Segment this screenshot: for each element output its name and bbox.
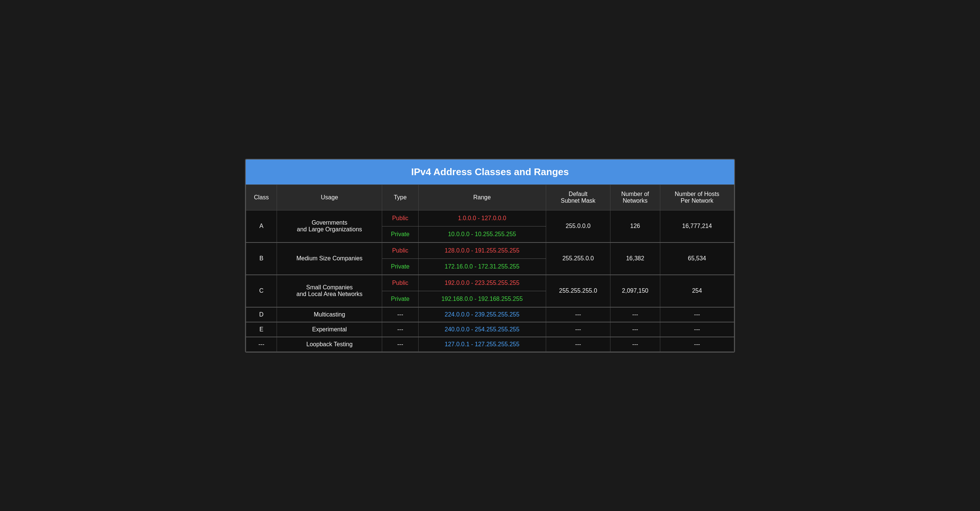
class-d: D: [246, 307, 277, 322]
subnet-a: 255.0.0.0: [546, 210, 611, 242]
type-e: ---: [382, 322, 418, 337]
type-c-public: Public: [382, 275, 418, 291]
table-row: B Medium Size Companies Public 128.0.0.0…: [246, 242, 734, 259]
class-e: E: [246, 322, 277, 337]
networks-e: ---: [611, 322, 660, 337]
range-a-public: 1.0.0.0 - 127.0.0.0: [418, 210, 546, 226]
table-row: D Multicasting --- 224.0.0.0 - 239.255.2…: [246, 307, 734, 322]
networks-loopback: ---: [611, 337, 660, 352]
type-b-public: Public: [382, 242, 418, 259]
hosts-d: ---: [660, 307, 734, 322]
table-row: C Small Companiesand Local Area Networks…: [246, 275, 734, 291]
range-a-private: 10.0.0.0 - 10.255.255.255: [418, 226, 546, 242]
range-b-public: 128.0.0.0 - 191.255.255.255: [418, 242, 546, 259]
hosts-a: 16,777,214: [660, 210, 734, 242]
type-c-private: Private: [382, 291, 418, 307]
hosts-b: 65,534: [660, 242, 734, 275]
usage-d: Multicasting: [277, 307, 382, 322]
col-type: Type: [382, 185, 418, 210]
networks-a: 126: [611, 210, 660, 242]
type-b-private: Private: [382, 258, 418, 275]
table-row: E Experimental --- 240.0.0.0 - 254.255.2…: [246, 322, 734, 337]
table-title: IPv4 Address Classes and Ranges: [246, 159, 734, 185]
networks-b: 16,382: [611, 242, 660, 275]
hosts-loopback: ---: [660, 337, 734, 352]
networks-c: 2,097,150: [611, 275, 660, 307]
class-loopback: ---: [246, 337, 277, 352]
col-range: Range: [418, 185, 546, 210]
col-usage: Usage: [277, 185, 382, 210]
range-e: 240.0.0.0 - 254.255.255.255: [418, 322, 546, 337]
type-a-public: Public: [382, 210, 418, 226]
type-d: ---: [382, 307, 418, 322]
usage-a: Governmentsand Large Organizations: [277, 210, 382, 242]
usage-loopback: Loopback Testing: [277, 337, 382, 352]
range-c-private: 192.168.0.0 - 192.168.255.255: [418, 291, 546, 307]
main-container: IPv4 Address Classes and Ranges Class Us…: [245, 159, 735, 353]
subnet-e: ---: [546, 322, 611, 337]
range-b-private: 172.16.0.0 - 172.31.255.255: [418, 258, 546, 275]
class-c: C: [246, 275, 277, 307]
hosts-e: ---: [660, 322, 734, 337]
range-d: 224.0.0.0 - 239.255.255.255: [418, 307, 546, 322]
ipv4-table: Class Usage Type Range DefaultSubnet Mas…: [246, 185, 734, 352]
col-class: Class: [246, 185, 277, 210]
type-loopback: ---: [382, 337, 418, 352]
col-networks: Number ofNetworks: [611, 185, 660, 210]
hosts-c: 254: [660, 275, 734, 307]
subnet-b: 255.255.0.0: [546, 242, 611, 275]
table-row: A Governmentsand Large Organizations Pub…: [246, 210, 734, 226]
range-loopback: 127.0.0.1 - 127.255.255.255: [418, 337, 546, 352]
subnet-loopback: ---: [546, 337, 611, 352]
table-row: --- Loopback Testing --- 127.0.0.1 - 127…: [246, 337, 734, 352]
range-c-public: 192.0.0.0 - 223.255.255.255: [418, 275, 546, 291]
networks-d: ---: [611, 307, 660, 322]
type-a-private: Private: [382, 226, 418, 242]
col-hosts: Number of HostsPer Network: [660, 185, 734, 210]
subnet-d: ---: [546, 307, 611, 322]
usage-b: Medium Size Companies: [277, 242, 382, 275]
class-a: A: [246, 210, 277, 242]
col-subnet: DefaultSubnet Mask: [546, 185, 611, 210]
subnet-c: 255.255.255.0: [546, 275, 611, 307]
header-row: Class Usage Type Range DefaultSubnet Mas…: [246, 185, 734, 210]
usage-e: Experimental: [277, 322, 382, 337]
usage-c: Small Companiesand Local Area Networks: [277, 275, 382, 307]
class-b: B: [246, 242, 277, 275]
